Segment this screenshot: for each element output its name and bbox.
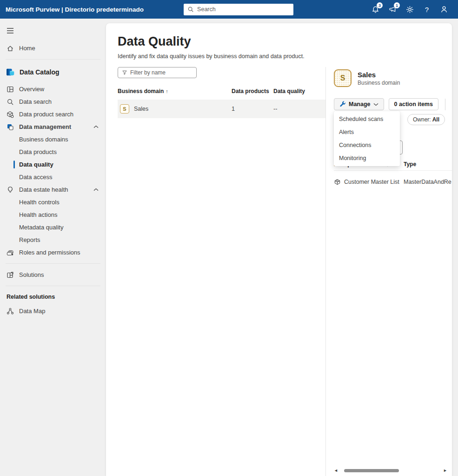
sidebar-divider (6, 59, 100, 60)
sidebar-item-data-estate-health[interactable]: Data estate health (0, 183, 106, 196)
sidebar-item-label: Data management (19, 123, 71, 130)
menu-item-scheduled-scans[interactable]: Scheduled scans (334, 113, 400, 126)
sidebar-item-health-controls[interactable]: Health controls (0, 196, 106, 208)
package-icon (334, 179, 341, 186)
column-data-products[interactable]: Data products (232, 88, 273, 94)
wrench-icon (339, 101, 346, 107)
account-button[interactable] (437, 2, 451, 17)
scroll-left-icon[interactable]: ◄ (334, 469, 338, 473)
product-name: Customer Master List (344, 179, 399, 185)
sidebar-item-label: Overview (19, 86, 44, 93)
sidebar-item-label: Health actions (19, 211, 57, 218)
chevron-up-icon[interactable] (93, 125, 99, 128)
scroll-right-icon[interactable]: ► (443, 469, 447, 473)
global-search[interactable] (184, 4, 293, 15)
sort-ascending-icon: ↑ (166, 88, 168, 94)
notifications-badge: 3 (377, 2, 383, 8)
sidebar-item-data-product-search[interactable]: Data product search (0, 108, 106, 121)
horizontal-scrollbar[interactable]: ◄ ► (334, 467, 447, 474)
search-icon (187, 6, 194, 13)
gear-icon (406, 6, 414, 13)
domain-row-sales[interactable]: S Sales 1 -- (118, 100, 325, 118)
main-content: Data Quality Identify and fix data quali… (106, 23, 452, 476)
sidebar: Home Data Catalog Overview (0, 19, 106, 476)
sidebar-item-label: Business domains (19, 136, 68, 143)
menu-item-monitoring[interactable]: Monitoring (334, 152, 400, 165)
domain-detail-panel: S Sales Business domain Manage (326, 67, 452, 476)
menu-item-connections[interactable]: Connections (334, 139, 400, 152)
help-button[interactable]: ? (419, 2, 434, 17)
sidebar-item-home[interactable]: Home (0, 42, 106, 54)
related-solutions-heading: Related solutions (0, 291, 106, 305)
home-icon (7, 45, 14, 52)
sidebar-item-overview[interactable]: Overview (0, 83, 106, 95)
sidebar-item-data-catalog[interactable]: Data Catalog (0, 64, 106, 80)
sidebar-item-reports[interactable]: Reports (0, 234, 106, 246)
header-actions: 3 1 ? (368, 2, 451, 17)
announcements-badge: 1 (394, 2, 400, 8)
sidebar-divider (6, 286, 100, 286)
sidebar-item-label: Roles and permissions (19, 249, 80, 256)
solutions-icon (7, 271, 14, 279)
settings-button[interactable] (402, 2, 417, 17)
data-management-icon (7, 123, 14, 131)
cube-search-icon (7, 111, 14, 118)
page-title: Data Quality (118, 34, 452, 49)
action-items-button[interactable]: 0 action items (389, 98, 438, 110)
menu-item-alerts[interactable]: Alerts (334, 126, 400, 139)
collapse-menu-button[interactable] (0, 24, 15, 37)
button-separator (445, 99, 445, 110)
sidebar-item-label: Data Map (19, 308, 45, 315)
detail-avatar: S (334, 69, 352, 87)
owner-filter-pill[interactable]: Owner: All (407, 114, 445, 125)
scrollbar-thumb[interactable] (344, 469, 399, 472)
domain-data-quality-value: -- (273, 106, 325, 112)
manage-button[interactable]: Manage (334, 98, 384, 110)
search-icon (7, 98, 14, 106)
domain-filter[interactable] (118, 67, 197, 78)
column-data-quality[interactable]: Data quality (273, 88, 325, 94)
sidebar-item-metadata-quality[interactable]: Metadata quality (0, 221, 106, 234)
data-catalog-icon (6, 67, 15, 77)
sidebar-item-data-access[interactable]: Data access (0, 171, 106, 183)
owner-label: Owner: (413, 116, 431, 123)
sidebar-item-roles-permissions[interactable]: Roles and permissions (0, 246, 106, 259)
sidebar-item-business-domains[interactable]: Business domains (0, 133, 106, 146)
sidebar-item-label: Data quality (19, 161, 53, 168)
sidebar-item-label: Data estate health (19, 186, 68, 193)
sidebar-item-label: Home (19, 45, 35, 52)
sidebar-item-data-management[interactable]: Data management (0, 121, 106, 133)
sidebar-divider (6, 263, 100, 264)
sidebar-item-label: Health controls (19, 199, 60, 206)
search-input[interactable] (197, 6, 290, 13)
chevron-up-icon[interactable] (93, 188, 99, 191)
filter-icon (122, 70, 127, 75)
help-icon: ? (425, 6, 429, 13)
top-header: Microsoft Purview | Directorio predeterm… (0, 0, 458, 19)
sidebar-item-data-products[interactable]: Data products (0, 146, 106, 158)
roles-permissions-icon (7, 249, 14, 256)
data-map-icon (7, 308, 14, 315)
sidebar-item-data-quality[interactable]: Data quality (0, 158, 106, 171)
filter-by-name-input[interactable] (130, 69, 192, 76)
domain-table-header: Business domain ↑ Data products Data qua… (118, 87, 325, 96)
product-row-customer-master-list[interactable]: Customer Master List MasterDataAndRe (334, 174, 452, 190)
sidebar-item-label: Solutions (19, 271, 44, 278)
sidebar-item-solutions[interactable]: Solutions (0, 268, 106, 281)
detail-title: Sales (358, 71, 400, 79)
sidebar-item-health-actions[interactable]: Health actions (0, 208, 106, 221)
column-type[interactable]: Type (404, 161, 452, 168)
business-domain-list: Business domain ↑ Data products Data qua… (118, 67, 325, 476)
app-title[interactable]: Microsoft Purview | Directorio predeterm… (6, 6, 144, 13)
sidebar-item-label: Data product search (19, 111, 73, 118)
notifications-button[interactable]: 3 (368, 2, 383, 17)
sidebar-item-label: Data products (19, 148, 57, 155)
hamburger-icon (7, 27, 14, 34)
sidebar-item-data-map[interactable]: Data Map (0, 305, 106, 317)
announcements-button[interactable]: 1 (385, 2, 400, 17)
column-business-domain[interactable]: Business domain (118, 88, 164, 94)
sidebar-item-data-search[interactable]: Data search (0, 95, 106, 108)
person-icon (440, 5, 448, 13)
sidebar-section-label: Data Catalog (20, 68, 60, 76)
manage-label: Manage (349, 101, 371, 107)
